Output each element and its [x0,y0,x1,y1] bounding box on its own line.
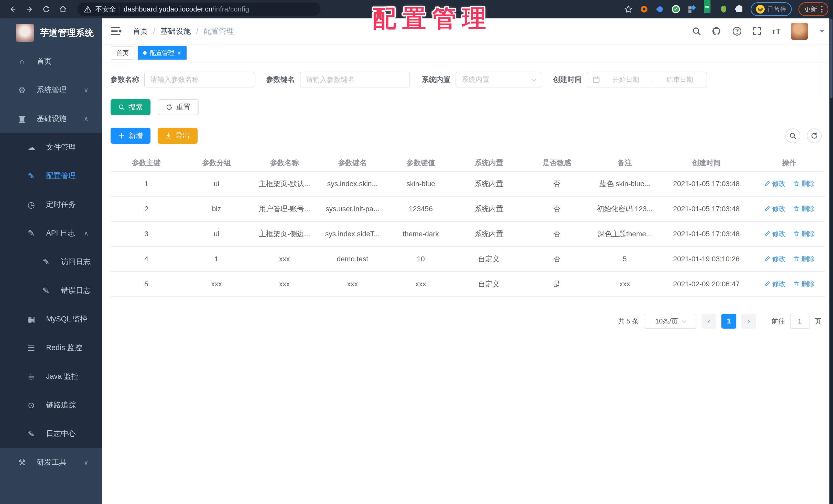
github-icon[interactable] [711,26,722,36]
search-button[interactable]: 搜索 [111,99,150,115]
sidebar-item-dev-tools[interactable]: ⚒ 研发工具 ∨ [0,448,102,477]
extension-check-icon[interactable]: ✓ [671,5,681,14]
font-size-icon[interactable]: тT [772,27,781,35]
delete-link[interactable]: 删除 [793,254,815,263]
sidebar-collapse-icon[interactable] [111,27,121,35]
delete-link[interactable]: 删除 [793,204,815,213]
col-remark: 备注 [591,154,659,171]
extension-donut-icon[interactable] [640,5,649,14]
sidebar-item-config-management[interactable]: ✎ 配置管理 [0,161,102,190]
app-logo[interactable]: 芋道管理系统 [0,19,102,47]
extensions-puzzle-icon[interactable] [735,5,744,14]
eye-icon: ⊙ [26,400,37,410]
page-number-1[interactable]: 1 [721,314,736,329]
sidebar-item-scheduled-tasks[interactable]: ◷ 定时任务 [0,190,102,219]
chevron-down-icon [682,318,686,323]
sidebar-item-home[interactable]: ⌂ 首页 [0,47,102,76]
edit-link[interactable]: 修改 [764,279,786,288]
log-icon: ✎ [26,228,37,238]
trash-icon [793,180,800,187]
edit-link[interactable]: 修改 [764,254,786,263]
table-row: 41 xxxdemo.test 10自定义 否5 2021-01-19 03:1… [111,247,825,272]
page-content: 参数名称 参数键名 系统内置 系统内置 创建时间 [102,62,833,329]
add-button[interactable]: 新增 [111,128,150,144]
window-scrollbar[interactable] [829,0,833,504]
database-icon: ▦ [26,314,37,324]
col-param-value: 参数键值 [387,154,455,171]
delete-link[interactable]: 删除 [793,179,815,188]
sidebar-item-tracing[interactable]: ⊙ 链路追踪 [0,391,102,419]
user-avatar[interactable] [791,23,808,40]
col-param-id: 参数主键 [111,154,182,171]
prev-page-button[interactable]: ‹ [701,314,716,329]
tag-config-management[interactable]: 配置管理 × [138,46,187,59]
tags-view: 首页 配置管理 × [102,44,833,62]
bookmark-star-icon[interactable] [624,5,633,14]
extension-on-badge-icon[interactable]: on [703,5,712,14]
tag-home[interactable]: 首页 [111,46,134,59]
edit-icon [764,206,770,212]
breadcrumb-home[interactable]: 首页 [133,26,148,36]
refresh-icon [166,104,172,110]
date-range-picker[interactable]: 开始日期 - 结束日期 [587,72,707,87]
extension-grid-icon[interactable] [687,5,696,14]
param-key-input[interactable] [300,72,410,87]
extension-sprout-icon[interactable] [719,5,728,14]
url-text: dashboard.yudao.iocoder.cn/infra/config [124,5,249,13]
param-name-input[interactable] [144,72,254,87]
hide-search-button[interactable] [785,128,800,143]
sidebar-item-java-monitor[interactable]: ☕ Java 监控 [0,362,102,391]
edit-link[interactable]: 修改 [764,204,786,213]
sidebar-item-file-management[interactable]: ☁ 文件管理 [0,133,102,161]
browser-update-button[interactable]: 更新 [799,2,828,16]
breadcrumb-infrastructure[interactable]: 基础设施 [160,26,191,36]
browser-menu-dots-icon[interactable] [821,6,823,12]
sidebar-item-access-log[interactable]: ✎ 访问日志 [0,248,102,276]
fullscreen-icon[interactable] [753,27,762,36]
help-icon[interactable] [732,26,742,36]
profile-paused-badge[interactable]: 已暂停 [751,2,792,16]
url-bar[interactable]: 不安全 dashboard.yudao.iocoder.cn/infra/con… [77,3,320,16]
search-icon [118,104,125,110]
refresh-table-button[interactable] [807,128,822,143]
sidebar-item-api-log[interactable]: ✎ API 日志 ∧ [0,219,102,248]
search-icon[interactable] [692,27,701,36]
col-actions: 操作 [754,154,825,171]
back-icon[interactable] [8,5,17,14]
chevron-down-icon: ∨ [84,86,89,94]
forward-icon[interactable] [25,5,34,14]
sidebar-item-log-center[interactable]: ✎ 日志中心 [0,419,102,448]
sidebar-item-mysql-monitor[interactable]: ▦ MySQL 监控 [0,305,102,333]
goto-page-input[interactable] [790,314,809,329]
next-page-button[interactable]: › [741,314,756,329]
extension-pin-icon[interactable] [656,5,665,14]
table-row: 1ui 主框架页-默认...sys.index.skin... skin-blu… [111,171,825,196]
system-builtin-select[interactable]: 系统内置 [455,72,541,87]
avatar-caret-icon[interactable] [820,30,824,33]
chevron-down-icon [532,77,537,81]
edit-link[interactable]: 修改 [764,229,786,238]
log-icon: ✎ [26,429,37,439]
reload-icon[interactable] [42,5,51,14]
table-header-row: 参数主键 参数分组 参数名称 参数键名 参数键值 系统内置 是否敏感 备注 创建… [111,154,825,171]
security-label: 不安全 [95,5,116,14]
home-icon[interactable] [58,5,68,14]
export-button[interactable]: 导出 [158,128,197,144]
delete-link[interactable]: 删除 [793,229,815,238]
table-row: 3ui 主框架页-侧边...sys.index.sideT... theme-d… [111,222,825,247]
reset-button[interactable]: 重置 [158,99,198,115]
scrollbar-thumb[interactable] [830,19,832,98]
delete-link[interactable]: 删除 [793,279,815,288]
close-icon[interactable]: × [177,50,181,56]
config-table: 参数主键 参数分组 参数名称 参数键名 参数键值 系统内置 是否敏感 备注 创建… [111,154,825,297]
edit-link[interactable]: 修改 [764,179,786,188]
sidebar-item-infrastructure[interactable]: ▣ 基础设施 ∧ [0,104,102,133]
app-title: 芋道管理系统 [40,27,94,39]
logo-image [16,24,34,42]
page-size-select[interactable]: 10条/页 [644,314,696,329]
sidebar-item-error-log[interactable]: ✎ 错误日志 [0,276,102,305]
sidebar-item-system[interactable]: ⚙ 系统管理 ∨ [0,76,102,104]
sidebar-item-redis-monitor[interactable]: ☰ Redis 监控 [0,333,102,362]
col-created: 创建时间 [659,154,754,171]
refresh-icon [811,132,818,140]
